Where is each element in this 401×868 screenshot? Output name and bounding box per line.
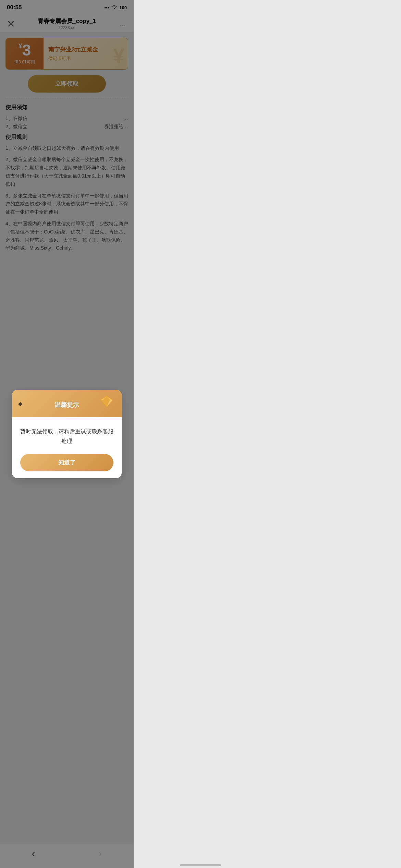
modal-overlay: ◆ 温馨提示 暂时无法领取，请稍后重试或联系客服处理 知道了	[0, 0, 134, 289]
